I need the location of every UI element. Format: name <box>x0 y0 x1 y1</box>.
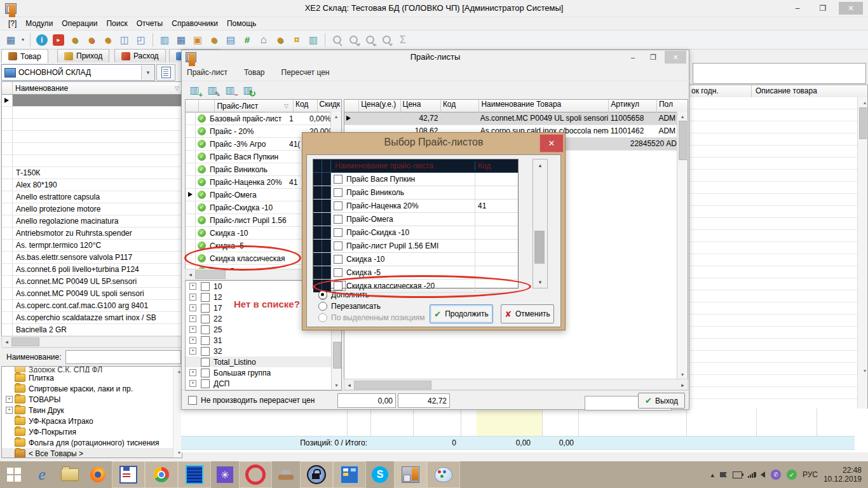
product-row[interactable] <box>2 95 182 107</box>
maximize-button[interactable]: ❒ <box>644 51 662 64</box>
menu-item[interactable]: Справочники <box>167 18 222 29</box>
group-checkbox[interactable] <box>201 293 210 302</box>
menu-item[interactable]: Прайс-лист <box>187 66 235 79</box>
product-row[interactable]: As.coperc.cont.caf.mac.G100 arg 8401 <box>2 300 182 312</box>
delete-pricelist-icon[interactable]: ▥− <box>222 82 238 97</box>
start-button[interactable] <box>0 462 28 487</box>
safe-icon[interactable]: ▣ <box>190 32 205 48</box>
volume-icon[interactable] <box>761 471 765 478</box>
menu-item[interactable]: Помощь <box>222 18 261 29</box>
viber-icon[interactable]: ✆ <box>771 470 781 480</box>
warehouse-selector[interactable]: ОСНОВНОЙ СКЛАД ▾ <box>1 64 155 81</box>
scroll-left-icon[interactable]: ◂ <box>2 339 11 345</box>
product-row[interactable] <box>2 155 182 167</box>
group-tree-item[interactable]: + 32 <box>186 346 341 356</box>
user-key-icon[interactable]: ☻ <box>100 32 116 48</box>
taskbar-save-app[interactable] <box>112 461 145 488</box>
category-tree-item[interactable]: + УФ-Покрытия <box>2 426 182 437</box>
close-button[interactable]: ✕ <box>839 2 863 15</box>
background-grid-header[interactable]: ок годн. Описание товара <box>689 85 867 98</box>
expand-icon[interactable]: + <box>189 315 196 322</box>
highlighted-cell[interactable] <box>477 410 542 436</box>
category-tree-item[interactable]: + Спиртовые краски, лаки и пр. <box>2 383 182 394</box>
add-pricelist-icon[interactable]: ▥+ <box>187 82 202 97</box>
scroll-down-icon[interactable]: ▾ <box>533 279 547 285</box>
product-row[interactable]: Bacinella 2 GR <box>2 324 182 336</box>
partners-icon[interactable]: ☻ <box>207 32 222 48</box>
pricelist-row[interactable]: ✓ Базовый прайс-лист 1 0,00% <box>186 112 341 125</box>
clock[interactable]: 22:48 10.12.2019 <box>824 466 862 484</box>
product-row[interactable]: As.bas.elettr.sensore valvola P117 <box>2 252 182 264</box>
product-row[interactable]: Antriebsmotor zu Ruhrsta.spender <box>2 227 182 240</box>
product-list-header[interactable]: Наименование ▽ <box>2 82 182 95</box>
product-row[interactable] <box>2 119 182 131</box>
orgchart-icon[interactable]: # <box>240 32 255 48</box>
category-tree-item[interactable]: + < Все Товары > <box>2 448 182 458</box>
expand-icon[interactable]: + <box>189 326 196 333</box>
scroll-up-icon[interactable]: ▴ <box>178 369 180 374</box>
restore-button[interactable]: ❐ <box>813 2 832 15</box>
category-tree-item[interactable]: + УФ-Краска Итрако <box>2 416 182 426</box>
taskbar-keepass[interactable] <box>300 461 333 488</box>
battery-icon[interactable] <box>733 471 742 478</box>
dialog-pricelist-row[interactable]: Прайс-Омега <box>313 213 518 226</box>
price2-field[interactable] <box>398 393 450 408</box>
price1-field[interactable] <box>337 393 396 408</box>
antivirus-check-icon[interactable]: ✓ <box>787 470 797 480</box>
pricelist-grid-header[interactable]: Прайс-Лист▽ Код Скидк <box>186 100 341 112</box>
exit-button[interactable]: ✔ Выход <box>638 393 685 409</box>
product-row[interactable]: As.connet.MC P0049 UL spoli sensori <box>2 288 182 300</box>
product-row[interactable]: As.connet.MC P0049 UL 5P.sensori <box>2 276 182 288</box>
checkbox-cell[interactable] <box>331 268 345 277</box>
currency-user-icon[interactable]: ☻ <box>273 32 288 48</box>
pricelist-checkbox[interactable] <box>334 268 342 277</box>
scroll-down-icon[interactable]: ▾ <box>677 372 688 377</box>
product-row[interactable] <box>2 107 182 119</box>
taskbar-opera[interactable] <box>239 461 272 488</box>
expand-icon[interactable]: + <box>6 396 13 403</box>
product-row[interactable]: As.connet.6 poli livello+turbina P124 <box>2 264 182 276</box>
menu-item[interactable]: Поиск <box>102 18 132 29</box>
scroll-up-icon[interactable]: ▴ <box>677 114 688 119</box>
doc-search-icon[interactable]: ▥ <box>157 32 172 48</box>
product-row[interactable]: Anello protezione motore <box>2 203 182 215</box>
no-recalc-checkbox[interactable] <box>188 396 197 405</box>
group-checkbox[interactable] <box>201 325 210 334</box>
tray-expand-icon[interactable]: ▴ <box>710 471 714 479</box>
taskbar-paint[interactable] <box>427 461 460 488</box>
menu-item[interactable]: Операции <box>57 18 102 29</box>
group-checkbox[interactable] <box>201 358 210 367</box>
product-row[interactable] <box>2 143 182 155</box>
tab-income[interactable]: Приход <box>57 49 109 62</box>
scroll-thumb[interactable] <box>195 270 226 279</box>
group-tree-item[interactable]: + Большая группа <box>186 367 341 378</box>
expand-icon[interactable]: + <box>189 348 196 355</box>
category-tree-item[interactable]: + Плитка <box>2 372 182 383</box>
goods-grid-vscrollbar[interactable]: ▴ ▾ <box>677 112 688 379</box>
product-row[interactable]: Т-150К <box>2 167 182 179</box>
dialog-pricelist-row[interactable]: Прайс Виниколь <box>313 186 518 200</box>
group-checkbox[interactable] <box>201 347 210 356</box>
dialog-pricelist-row[interactable]: Прайс-Наценка 20% 41 <box>313 200 518 213</box>
scroll-thumb[interactable] <box>534 231 545 264</box>
taskbar-remote-app[interactable] <box>333 461 366 488</box>
product-list-hscrollbar[interactable]: ◂ <box>1 336 182 348</box>
scroll-up-icon[interactable]: ▴ <box>864 100 866 105</box>
dialog-pricelist-row[interactable]: Прайс Вася Пупкин <box>313 173 518 186</box>
goods-row[interactable]: 42,72 As.connet.MC P0049 UL spoli sensor… <box>344 112 688 125</box>
taskbar-internet-explorer[interactable]: e <box>28 462 56 487</box>
info-icon[interactable]: i <box>36 34 48 46</box>
taskbar-firefox[interactable] <box>84 462 112 487</box>
product-row[interactable]: As.coperchio scaldatazze smart inox / SB <box>2 312 182 324</box>
expand-icon[interactable]: + <box>189 283 196 290</box>
menu-item[interactable]: [?] <box>4 18 21 29</box>
scroll-thumb[interactable] <box>354 381 431 390</box>
menu-item[interactable]: Пересчет цен <box>281 66 337 79</box>
search-down-icon[interactable]: ▾ <box>346 32 361 48</box>
tab-goods[interactable]: Товар <box>1 49 48 63</box>
dialog-scrollbar[interactable]: ▴ ▾ <box>532 159 548 288</box>
close-button[interactable]: ✕ <box>665 51 686 64</box>
group-checkbox[interactable] <box>201 369 210 377</box>
pricelist-checkbox[interactable] <box>334 201 342 210</box>
group-tree-item[interactable]: + Total_Listino <box>186 356 341 367</box>
